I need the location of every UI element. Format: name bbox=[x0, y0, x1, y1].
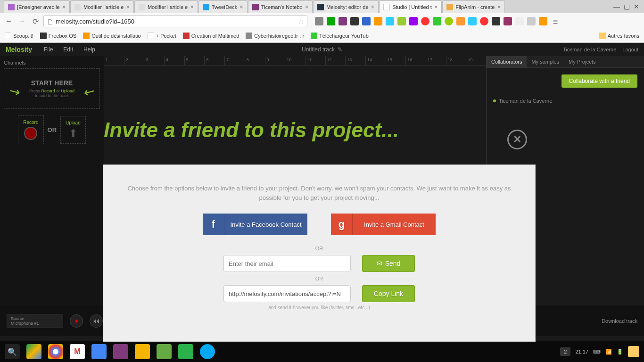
close-icon[interactable]: × bbox=[497, 3, 501, 10]
tab-2[interactable]: Modifier l'article e× bbox=[134, 0, 198, 13]
modal-close-button[interactable]: ✕ bbox=[507, 130, 527, 149]
user-name[interactable]: Ticeman de la Caverne bbox=[563, 47, 616, 52]
ext-icon[interactable] bbox=[492, 17, 500, 25]
tray-icon[interactable] bbox=[628, 346, 639, 357]
prev-button[interactable]: ⏮ bbox=[90, 314, 103, 328]
drive-icon[interactable] bbox=[26, 344, 41, 359]
link-row: Copy Link bbox=[117, 285, 521, 302]
tab-4[interactable]: Ticeman's Notebo× bbox=[248, 0, 313, 13]
close-icon[interactable]: × bbox=[190, 3, 194, 10]
wifi-icon[interactable]: 📶 bbox=[605, 349, 612, 355]
bookmark-item[interactable]: + Pocket bbox=[148, 33, 176, 39]
ext-icon[interactable] bbox=[421, 17, 429, 25]
feedly-icon[interactable] bbox=[178, 344, 193, 359]
collaborate-button[interactable]: Collaborate with a friend bbox=[561, 74, 637, 88]
ext-icon[interactable] bbox=[539, 17, 547, 25]
record-button[interactable]: ● bbox=[70, 314, 83, 328]
docs-icon[interactable] bbox=[91, 344, 107, 359]
close-icon[interactable]: × bbox=[434, 3, 438, 10]
reload-button[interactable]: ⟳ bbox=[30, 16, 41, 26]
ext-icon[interactable] bbox=[374, 17, 382, 25]
ext-icon[interactable] bbox=[480, 17, 488, 25]
bookmark-item[interactable]: Freebox OS bbox=[40, 33, 76, 39]
ext-icon[interactable] bbox=[515, 17, 524, 25]
other-bookmarks[interactable]: Autres favoris bbox=[599, 33, 639, 39]
ext-icon[interactable] bbox=[339, 17, 347, 25]
ext-icon[interactable] bbox=[315, 17, 323, 25]
app-icon[interactable] bbox=[157, 344, 172, 359]
tab-1[interactable]: Modifier l'article e× bbox=[70, 0, 134, 13]
ext-icon[interactable] bbox=[445, 17, 453, 25]
gmail-icon[interactable]: M bbox=[70, 344, 85, 359]
bookmark-star-icon[interactable]: ☆ bbox=[297, 17, 304, 26]
email-input[interactable] bbox=[223, 255, 351, 272]
record-upload-row: Record OR Upload ⬆ bbox=[4, 115, 100, 144]
maximize-icon[interactable]: ▢ bbox=[624, 3, 630, 10]
clock[interactable]: 21:17 bbox=[575, 349, 588, 354]
ext-icon[interactable] bbox=[468, 17, 477, 25]
download-button[interactable]: Download track bbox=[602, 318, 637, 324]
tab-6[interactable]: Studio | Untitled t× bbox=[379, 0, 442, 13]
ext-icon[interactable] bbox=[527, 17, 536, 25]
ext-icon[interactable] bbox=[362, 17, 371, 25]
keyboard-icon[interactable]: ⌨ bbox=[593, 349, 601, 355]
ruler-tick: 18 bbox=[446, 56, 466, 65]
tab-3[interactable]: TweetDeck× bbox=[198, 0, 248, 13]
slides-icon[interactable] bbox=[135, 344, 150, 359]
menu-help[interactable]: Help bbox=[83, 46, 95, 53]
left-panel: Channels ↘ ↙ START HERE Press Record or … bbox=[0, 56, 104, 318]
tab-my-samples[interactable]: My samples bbox=[527, 56, 564, 67]
menu-file[interactable]: File bbox=[44, 46, 53, 53]
tab-collaborators[interactable]: Collaborators bbox=[487, 56, 527, 67]
address-bar[interactable]: 🗋 melosity.com/studio?id=1650 ☆ bbox=[43, 15, 307, 27]
menu-icon[interactable]: ≡ bbox=[551, 17, 560, 25]
close-icon[interactable]: × bbox=[126, 3, 130, 10]
tab-5[interactable]: Melosity: editor de× bbox=[313, 0, 379, 13]
track-title[interactable]: Untitled track✎ bbox=[302, 46, 342, 53]
collaborator-row[interactable]: Ticeman de la Caverne bbox=[487, 94, 644, 107]
edit-icon[interactable]: ✎ bbox=[338, 46, 342, 53]
close-icon[interactable]: × bbox=[239, 3, 243, 10]
link-input[interactable] bbox=[223, 285, 351, 302]
ruler-tick: 2 bbox=[124, 56, 144, 65]
chrome-icon[interactable] bbox=[48, 344, 63, 359]
onenote-icon[interactable] bbox=[113, 344, 128, 359]
bookmark-item[interactable]: Scoop.it! bbox=[5, 33, 33, 39]
send-button[interactable]: ✉Send bbox=[362, 255, 415, 272]
ext-icon[interactable] bbox=[456, 17, 465, 25]
ext-icon[interactable] bbox=[504, 17, 512, 25]
bookmark-item[interactable]: Creation of Multimed bbox=[183, 33, 239, 39]
upload-button[interactable]: Upload ⬆ bbox=[60, 116, 86, 144]
record-button[interactable]: Record bbox=[18, 115, 43, 144]
ext-icon[interactable] bbox=[350, 17, 359, 25]
ext-icon[interactable] bbox=[433, 17, 441, 25]
search-icon[interactable]: 🔍 bbox=[5, 344, 20, 359]
close-icon[interactable]: × bbox=[371, 3, 375, 10]
tab-0[interactable]: [Enseigner avec le× bbox=[4, 0, 70, 13]
copy-link-button[interactable]: Copy Link bbox=[362, 285, 415, 302]
ext-icon[interactable] bbox=[327, 17, 335, 25]
back-button[interactable]: ← bbox=[4, 16, 14, 26]
ruler-tick: 4 bbox=[164, 56, 184, 65]
forward-button[interactable]: → bbox=[17, 16, 27, 26]
tab-7[interactable]: FlipAnim - create× bbox=[442, 0, 505, 13]
ext-icon[interactable] bbox=[409, 17, 418, 25]
bookmark-item[interactable]: Cyberhistoiregeo.fr : r bbox=[246, 33, 304, 39]
close-icon[interactable]: × bbox=[62, 3, 66, 10]
notification-badge[interactable]: 2 bbox=[560, 347, 570, 356]
close-icon[interactable]: × bbox=[305, 3, 309, 10]
battery-icon[interactable]: 🔋 bbox=[617, 349, 623, 355]
tab-my-projects[interactable]: My Projects bbox=[564, 56, 600, 67]
menu-edit[interactable]: Edit bbox=[63, 46, 73, 53]
close-window-icon[interactable]: ✕ bbox=[634, 3, 639, 10]
ext-icon[interactable] bbox=[397, 17, 406, 25]
minimize-icon[interactable]: — bbox=[613, 3, 620, 10]
files-icon[interactable] bbox=[200, 344, 215, 359]
facebook-invite-button[interactable]: f Invite a Facebook Contact bbox=[203, 214, 307, 235]
source-select[interactable]: Source: Microphone #1 bbox=[7, 314, 63, 328]
logout-link[interactable]: Logout bbox=[622, 47, 638, 52]
bookmark-item[interactable]: Outil de désinstallatio bbox=[83, 33, 141, 39]
gmail-invite-button[interactable]: g Invite a Gmail Contact bbox=[331, 214, 436, 235]
bookmark-item[interactable]: Téléchargeur YouTub bbox=[311, 33, 369, 39]
ext-icon[interactable] bbox=[386, 17, 394, 25]
